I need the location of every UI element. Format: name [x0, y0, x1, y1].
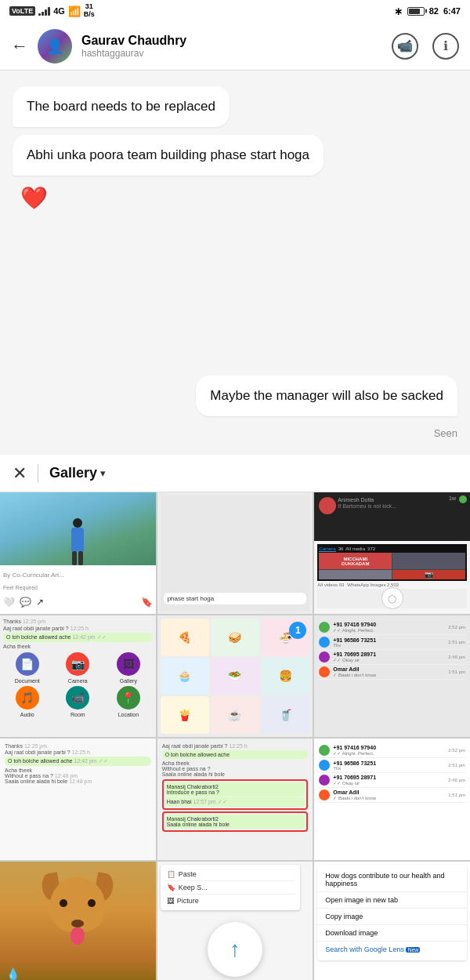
bluetooth-icon: ∗	[394, 5, 403, 17]
volte-badge: VoLTE	[9, 6, 35, 16]
video-icon: 📹	[397, 38, 413, 53]
contact-row-4: Omar Adil ✓ Baaki i don't know 1:51 pm	[319, 665, 465, 680]
micchami-box: MICCHAMI DUKKADAM	[319, 553, 392, 569]
cell-1-info: By Co-Curricular Art... Feel Required 🤍💬…	[0, 565, 156, 614]
gallery-divider	[38, 464, 38, 483]
message-4: Maybe the manager will also be sacked	[196, 376, 457, 416]
contact-row-5: +91 97416 97940 ✓✓ Alright. Perfect. 2:5…	[319, 743, 465, 758]
contact-row-8: Omar Adil ✓ Baaki i don't know 1:51 pm	[319, 788, 465, 803]
context-menu: How dogs contribute to our health and ha…	[317, 865, 467, 960]
attach-gallery[interactable]: 🖼 Gallery	[104, 652, 153, 684]
paste-item-paste[interactable]: 📋 Paste	[165, 868, 296, 881]
time-display: 6:47	[443, 6, 461, 16]
paste-item-keep[interactable]: 🔖 Keep S...	[165, 881, 296, 895]
header-info: Gaurav Chaudhry hashtaggaurav	[81, 34, 382, 59]
gallery-cell-4[interactable]: Thanks 12:25 pm Aaj raat obdi janate par…	[0, 615, 156, 737]
gallery-cell-upload[interactable]: 📋 Paste 🔖 Keep S... 🖼 Picture ↑	[157, 862, 313, 980]
attach-camera[interactable]: 📷 Camera	[54, 652, 103, 684]
gallery-title-row[interactable]: Gallery ▾	[49, 465, 106, 481]
context-item-download[interactable]: Download image	[317, 925, 467, 942]
dog-image: 💧	[0, 862, 156, 980]
cell-1-image	[0, 492, 156, 565]
gallery-title: Gallery	[49, 465, 97, 481]
message-4-text: Maybe the manager will also be sacked	[210, 388, 443, 403]
attach-document[interactable]: 📄 Document	[3, 652, 52, 684]
contact-row-2: +91 96586 73251 Thx 2:51 pm	[319, 635, 465, 650]
contact-row-3: +91 70695 28971 ✓✓ Okay sir 2:46 pm	[319, 650, 465, 665]
upload-arrow-icon: ↑	[230, 937, 240, 962]
attach-audio[interactable]: 🎵 Audio	[3, 686, 52, 717]
gallery-cell-dog[interactable]: 💧	[0, 862, 156, 980]
cell-3-bottom: Camera 36 All media 372 MICCHAMI DUKKADA…	[314, 541, 470, 614]
context-item-copy[interactable]: Copy image	[317, 909, 467, 925]
upload-button[interactable]: ↑	[208, 922, 262, 977]
contact-row-6: +91 96586 73251 Thx 2:51 pm	[319, 758, 465, 773]
gallery-cell-1[interactable]: By Co-Curricular Art... Feel Required 🤍💬…	[0, 492, 156, 614]
gallery-cell-5[interactable]: 🍕 🥪 🍜 🧁 🥗 🍔 🍟 ☕ 🥤 1	[157, 615, 313, 737]
cell-7-chat: Thanks 12:25 pm Aaj raat obdi janate par…	[3, 742, 153, 786]
gallery-dropdown-icon: ▾	[100, 467, 106, 479]
heart-reaction: ❤️	[20, 185, 457, 211]
info-icon: ℹ	[443, 38, 448, 53]
message-1: The board needs to be replaced	[13, 86, 230, 127]
gallery-cell-2[interactable]: phase start hoga	[157, 492, 313, 614]
dog-face	[50, 877, 105, 932]
chat-header: ← 👤 Gaurav Chaudhry hashtaggaurav 📹 ℹ	[0, 22, 470, 71]
contact-row-7: +91 70695 28971 ✓✓ Okay sir 2:46 pm	[319, 773, 465, 788]
highlighted-message: Manasij Chakraborti2Introduce e pass na …	[162, 779, 309, 810]
chat-area: The board needs to be replaced Abhi unka…	[0, 71, 470, 455]
cell-1-actions: 🤍💬↗ 🔖	[3, 597, 153, 608]
status-left: VoLTE 4G 📶 31B/s	[9, 3, 95, 19]
attach-location[interactable]: 📍 Location	[104, 686, 153, 717]
gallery-close-button[interactable]: ✕	[13, 463, 27, 484]
cell-3-avatar	[319, 497, 336, 514]
battery-percent: 82	[429, 6, 439, 16]
context-item-open[interactable]: Open image in new tab	[317, 892, 467, 909]
gallery-header: ✕ Gallery ▾	[0, 455, 470, 492]
cell-2-chat-preview: phase start hoga	[164, 593, 307, 604]
wifi-icon: 📶	[68, 5, 81, 17]
attach-room[interactable]: 📹 Room	[54, 686, 103, 717]
context-item-info[interactable]: How dogs contribute to our health and ha…	[317, 868, 467, 892]
status-right: ∗ 82 6:47	[394, 5, 461, 17]
paste-item-picture[interactable]: 🖼 Picture	[165, 895, 296, 907]
message-2: Abhi unka poora team building phase star…	[13, 135, 324, 176]
dog-droplet: 💧	[6, 967, 20, 980]
gallery-cell-8[interactable]: Aaj raat obdi janate parbi ? 12:25 h O t…	[157, 739, 313, 860]
avatar: 👤	[38, 29, 72, 64]
status-bar: VoLTE 4G 📶 31B/s ∗ 82 6:47	[0, 0, 470, 22]
paste-menu: 📋 Paste 🔖 Keep S... 🖼 Picture	[161, 865, 301, 910]
contact-username: hashtaggaurav	[81, 48, 382, 59]
back-button[interactable]: ←	[11, 36, 28, 56]
cell-3-top: Animesh Dutta If Bartomeu is not kick...…	[314, 492, 470, 541]
cell-4-chat: Thanks 12:25 pm Aaj raat obdi janate par…	[3, 619, 153, 649]
contact-row-1: +91 97416 97940 ✓✓ Alright. Perfect. 2:5…	[319, 620, 465, 635]
signal-bars	[38, 6, 50, 16]
seen-label: Seen	[13, 427, 457, 439]
gallery-cell-7[interactable]: Thanks 12:25 pm Aaj raat obdi janate par…	[0, 739, 156, 860]
gallery-cell-6[interactable]: +91 97416 97940 ✓✓ Alright. Perfect. 2:5…	[314, 615, 470, 737]
message-1-text: The board needs to be replaced	[27, 99, 215, 114]
speed-text: 31B/s	[84, 3, 95, 19]
battery-icon	[407, 7, 425, 16]
header-icons: 📹 ℹ	[392, 33, 459, 60]
gallery-cell-9[interactable]: +91 97416 97940 ✓✓ Alright. Perfect. 2:5…	[314, 739, 470, 860]
message-2-text: Abhi unka poora team building phase star…	[27, 147, 309, 162]
video-call-button[interactable]: 📹	[392, 33, 418, 60]
gallery-cell-context[interactable]: How dogs contribute to our health and ha…	[314, 862, 470, 980]
gallery-grid: By Co-Curricular Art... Feel Required 🤍💬…	[0, 492, 470, 980]
contact-name: Gaurav Chaudhry	[81, 34, 382, 48]
context-item-search[interactable]: Search with Google Lens New	[317, 942, 467, 957]
gallery-cell-3[interactable]: Animesh Dutta If Bartomeu is not kick...…	[314, 492, 470, 614]
info-button[interactable]: ℹ	[432, 33, 459, 60]
network-type: 4G	[53, 6, 65, 16]
